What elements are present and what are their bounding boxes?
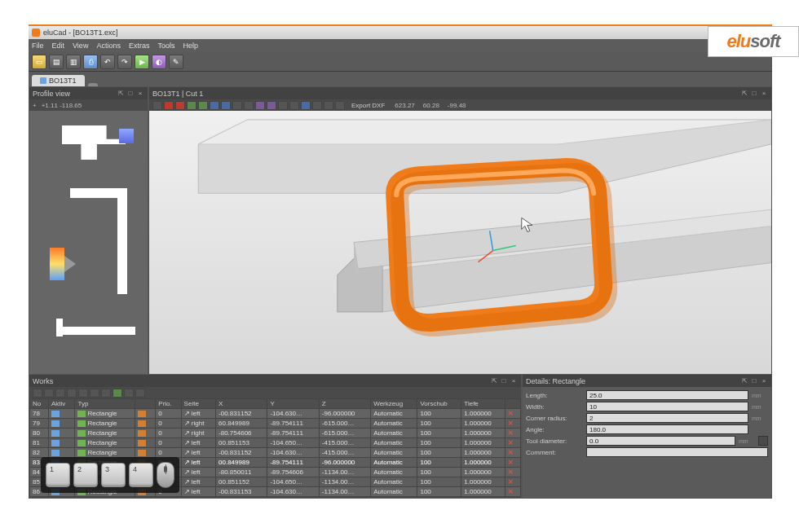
corner-field[interactable]	[586, 413, 748, 423]
pin-icon[interactable]: ⇱	[740, 90, 748, 98]
highlight-icon[interactable]	[135, 389, 145, 398]
save-icon[interactable]: ▤	[49, 55, 64, 69]
settings-icon[interactable]: ◐	[152, 55, 166, 69]
maximize-icon[interactable]: □	[750, 90, 758, 98]
open-icon[interactable]: ▭	[32, 55, 46, 69]
view-y-icon[interactable]	[187, 101, 196, 110]
close-icon[interactable]: ×	[760, 90, 768, 98]
table-row[interactable]: 79Rectangle0↗ right60.849989-89.754111-6…	[30, 419, 521, 429]
col-No[interactable]: No	[30, 399, 49, 409]
details-body: Length: mm Width: mm Corner radius: mm A…	[523, 387, 771, 498]
close-icon[interactable]: ×	[136, 90, 144, 98]
iso-icon[interactable]	[232, 101, 242, 110]
col-Z[interactable]: Z	[319, 399, 370, 409]
moveup-icon[interactable]	[78, 389, 88, 398]
view-x-icon[interactable]	[164, 101, 174, 110]
col-Y[interactable]: Y	[267, 399, 319, 409]
readout-z: -99.48	[448, 102, 466, 109]
pin-icon[interactable]: ⇱	[490, 377, 498, 385]
menu-edit[interactable]: Edit	[52, 42, 65, 50]
menu-extras[interactable]: Extras	[129, 42, 150, 50]
comment-field[interactable]	[586, 447, 768, 457]
col-Tiefe[interactable]: Tiefe	[461, 399, 505, 409]
maximize-icon[interactable]: □	[500, 377, 508, 385]
section-icon[interactable]	[312, 101, 322, 110]
maximize-icon[interactable]: □	[750, 377, 758, 385]
profile-canvas[interactable]	[29, 111, 148, 374]
movedown-icon[interactable]	[90, 389, 99, 398]
copy-icon[interactable]	[55, 389, 65, 398]
view-nx-icon[interactable]	[175, 101, 185, 110]
cursor-icon[interactable]: +	[33, 102, 37, 109]
logo-part1: elu	[726, 31, 750, 51]
tool-icon[interactable]: ✎	[169, 55, 183, 69]
close-icon[interactable]: ×	[510, 377, 518, 385]
table-row[interactable]: 80Rectangle0↗ right-80.754606-89.754111-…	[30, 429, 521, 438]
wire-icon[interactable]	[267, 101, 276, 110]
unit-label: mm	[752, 393, 768, 398]
close-icon[interactable]: ×	[760, 377, 768, 385]
print-icon[interactable]: ⎙	[83, 55, 98, 69]
measure-icon[interactable]	[301, 101, 311, 110]
col-Werkzeug[interactable]: Werkzeug	[371, 399, 417, 409]
col-Typ[interactable]: Typ	[75, 399, 135, 409]
view-z-icon[interactable]	[210, 101, 219, 110]
unit-label: mm	[752, 404, 768, 410]
viewport-3d-canvas[interactable]	[149, 111, 771, 374]
undo-icon[interactable]: ↶	[100, 55, 115, 69]
lock-icon[interactable]	[758, 436, 768, 446]
col-Seite[interactable]: Seite	[181, 399, 215, 409]
view-nz-icon[interactable]	[221, 101, 231, 110]
window-title: eluCad - [BO13T1.exc]	[43, 29, 118, 37]
menu-file[interactable]: File	[32, 42, 44, 50]
save-all-icon[interactable]: ▥	[66, 55, 81, 69]
col-Aktiv[interactable]: Aktiv	[49, 399, 75, 409]
col-icon[interactable]	[135, 399, 155, 409]
menu-actions[interactable]: Actions	[96, 42, 121, 50]
view-ny-icon[interactable]	[198, 101, 208, 110]
redo-icon[interactable]: ↷	[117, 55, 132, 69]
grid-icon[interactable]	[278, 101, 288, 110]
readout-y: 60.28	[423, 102, 439, 109]
export-icon[interactable]	[335, 101, 345, 110]
corner-label: Corner radius:	[526, 415, 583, 422]
pin-icon[interactable]: ⇱	[740, 377, 748, 385]
angle-field[interactable]	[586, 424, 748, 434]
details-header: Details: Rectangle ⇱ □ ×	[523, 375, 771, 387]
tool-field[interactable]	[586, 436, 735, 446]
menu-tools[interactable]: Tools	[157, 42, 174, 50]
col-Prio.[interactable]: Prio.	[156, 399, 181, 409]
readout-x: 623.27	[395, 102, 414, 109]
play-icon[interactable]	[113, 389, 122, 398]
viewport-header: BO13T1 | Cut 1 ⇱ □ ×	[149, 87, 771, 99]
table-row[interactable]: 78Rectangle0↗ left-00.831152-104.630…-96…	[30, 409, 521, 419]
logo: elusoft	[708, 26, 799, 57]
length-field[interactable]	[586, 390, 748, 400]
col-icon[interactable]	[505, 399, 521, 409]
width-field[interactable]	[586, 402, 748, 411]
viewport-panel: BO13T1 | Cut 1 ⇱ □ ×	[149, 87, 771, 374]
add-icon[interactable]	[33, 389, 42, 398]
paste-icon[interactable]	[67, 389, 77, 398]
menu-help[interactable]: Help	[183, 42, 198, 50]
col-Vorschub[interactable]: Vorschub	[417, 399, 461, 409]
fit-icon[interactable]	[244, 101, 254, 110]
viewport-svg	[149, 111, 771, 374]
table-row[interactable]: 81Rectangle0↗ left00.851153-104.650…-415…	[30, 438, 521, 448]
snap-icon[interactable]	[289, 101, 299, 110]
menu-view[interactable]: View	[73, 42, 88, 50]
filter-icon[interactable]	[101, 389, 111, 398]
table-row[interactable]: 82Rectangle0↗ left-00.831152-104.630…-41…	[30, 448, 521, 458]
delete-icon[interactable]	[44, 389, 54, 398]
export-dxf-button[interactable]: Export DXF	[351, 102, 385, 109]
select-icon[interactable]	[152, 101, 162, 110]
shade-icon[interactable]	[255, 101, 265, 110]
maximize-icon[interactable]: □	[126, 90, 135, 98]
run-icon[interactable]: ▶	[135, 55, 149, 69]
tab-document[interactable]: BO13T1	[32, 75, 85, 86]
stop-icon[interactable]	[124, 389, 134, 398]
layer-icon[interactable]	[324, 101, 333, 110]
pin-icon[interactable]: ⇱	[117, 90, 125, 98]
col-X[interactable]: X	[216, 399, 267, 409]
table-row-disabled: Rectangle	[30, 497, 521, 499]
